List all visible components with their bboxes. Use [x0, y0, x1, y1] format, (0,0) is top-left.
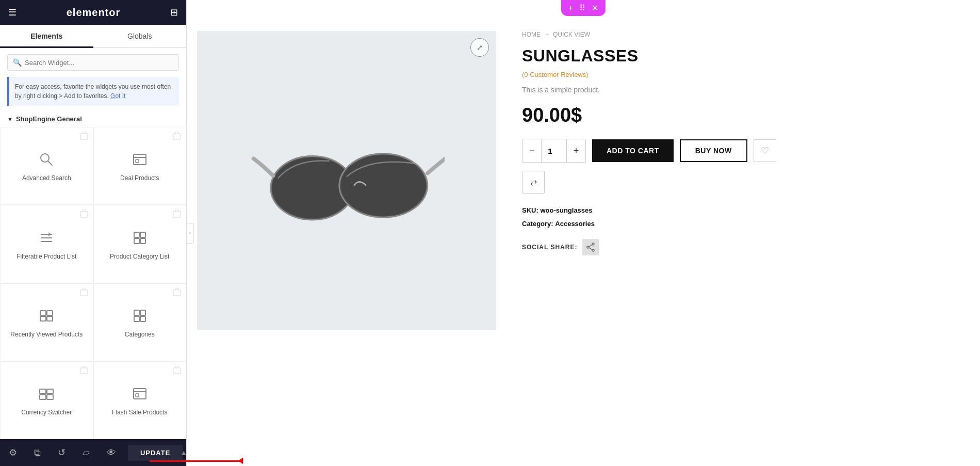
drag-button[interactable]: ⠿: [577, 2, 587, 14]
deal-products-icon: [132, 151, 148, 170]
svg-rect-4: [136, 159, 139, 163]
breadcrumb-home[interactable]: HOME: [522, 31, 541, 38]
widget-filterable-product-list[interactable]: Filterable Product List: [0, 205, 93, 283]
product-price: 90.00$: [522, 104, 959, 126]
menu-icon[interactable]: ☰: [8, 7, 17, 18]
widget-deal-products[interactable]: Deal Products: [93, 127, 187, 205]
info-text: For easy access, favorite the widgets yo…: [15, 83, 171, 100]
add-element-button[interactable]: +: [566, 3, 575, 14]
add-to-cart-row: − + ADD TO CART BUY NOW ♡: [522, 139, 959, 163]
widget-label: Product Category List: [110, 253, 169, 261]
grid-icon[interactable]: ⊞: [170, 7, 178, 18]
svg-line-40: [589, 245, 592, 247]
widget-flash-sale-products[interactable]: Flash Sale Products: [93, 361, 187, 439]
svg-rect-25: [40, 389, 46, 394]
svg-rect-21: [140, 310, 145, 315]
bottom-toolbar: ⚙ ⧉ ↺ ▱ 👁 UPDATE ▲: [0, 439, 186, 466]
close-element-button[interactable]: ✕: [590, 2, 600, 14]
product-reviews[interactable]: (0 Customer Reviews): [522, 71, 959, 78]
svg-rect-2: [80, 134, 88, 139]
svg-rect-9: [80, 212, 88, 217]
search-input[interactable]: [25, 59, 173, 67]
widget-label: Filterable Product List: [17, 253, 76, 261]
svg-rect-10: [134, 232, 139, 237]
svg-rect-22: [134, 316, 139, 322]
tab-bar: Elements Globals: [0, 25, 186, 48]
breadcrumb-current: QUICK VIEW: [553, 31, 590, 38]
expand-button[interactable]: ⤢: [470, 38, 489, 57]
sku-row: SKU: woo-sunglasses: [522, 204, 959, 217]
widget-recently-viewed-products[interactable]: Recently Viewed Products: [0, 283, 93, 361]
top-bar: ☰ elementor ⊞: [0, 0, 186, 25]
compare-row: ⇄: [522, 171, 959, 194]
currency-switcher-icon: [38, 385, 55, 405]
product-details: HOME → QUICK VIEW SUNGLASSES (0 Customer…: [496, 0, 980, 466]
widget-advanced-search[interactable]: Advanced Search: [0, 127, 93, 205]
search-icon: 🔍: [13, 58, 22, 67]
svg-rect-29: [80, 368, 88, 374]
widget-categories[interactable]: Categories: [93, 283, 187, 361]
svg-rect-15: [40, 311, 46, 315]
product-image: [249, 108, 445, 253]
buy-now-button[interactable]: BUY NOW: [680, 139, 747, 162]
search-box: 🔍: [7, 54, 179, 71]
compare-button[interactable]: ⇄: [522, 171, 545, 194]
svg-rect-11: [140, 232, 145, 237]
advanced-search-icon: [38, 151, 55, 170]
red-arrow-annotation: [150, 460, 242, 462]
social-share-icon[interactable]: [582, 239, 599, 255]
info-box: For easy access, favorite the widgets yo…: [7, 77, 179, 106]
tab-globals[interactable]: Globals: [93, 25, 187, 47]
widget-label: Flash Sale Products: [112, 409, 167, 417]
main-content: + ⠿ ✕ ‹ ⤢: [187, 0, 980, 466]
update-button[interactable]: UPDATE: [128, 445, 183, 461]
svg-point-38: [587, 246, 589, 248]
product-page: ⤢ HOM: [187, 0, 980, 466]
bottom-arrow-icon[interactable]: ▲: [180, 448, 187, 457]
category-value: Accessories: [555, 220, 595, 228]
got-it-link[interactable]: Got It: [110, 92, 125, 100]
svg-rect-31: [136, 394, 139, 397]
svg-rect-5: [173, 134, 181, 139]
product-category-list-icon: [132, 230, 148, 249]
flash-sale-icon: [132, 385, 148, 405]
product-title: SUNGLASSES: [522, 46, 959, 66]
app-title: elementor: [67, 7, 121, 19]
settings-button[interactable]: ⚙: [4, 444, 22, 461]
widget-currency-switcher[interactable]: Currency Switcher: [0, 361, 93, 439]
svg-rect-24: [173, 290, 181, 296]
svg-point-36: [341, 155, 426, 216]
wishlist-button[interactable]: ♡: [754, 139, 776, 162]
widget-label: Currency Switcher: [21, 409, 72, 417]
qty-increase-button[interactable]: +: [567, 139, 585, 162]
layers-button[interactable]: ⧉: [29, 444, 46, 461]
svg-rect-16: [47, 311, 53, 315]
widget-product-category-list[interactable]: Product Category List: [93, 205, 187, 283]
svg-rect-19: [80, 290, 88, 296]
history-button[interactable]: ↺: [53, 444, 71, 461]
svg-rect-23: [140, 316, 145, 322]
tab-elements[interactable]: Elements: [0, 25, 93, 47]
top-controls: + ⠿ ✕: [561, 0, 606, 16]
qty-decrease-button[interactable]: −: [522, 139, 541, 162]
collapse-arrow[interactable]: ▼: [7, 116, 13, 122]
left-panel: ☰ elementor ⊞ Elements Globals 🔍 For eas…: [0, 0, 187, 466]
sku-label: SKU:: [522, 206, 538, 214]
social-share-label: SOCIAL SHARE:: [522, 244, 577, 251]
add-to-cart-button[interactable]: ADD TO CART: [592, 139, 674, 162]
categories-icon: [132, 308, 148, 327]
svg-line-41: [589, 248, 592, 250]
sku-value: woo-sunglasses: [540, 206, 592, 214]
svg-point-37: [592, 243, 594, 245]
widget-label: Advanced Search: [22, 174, 71, 183]
responsive-button[interactable]: ▱: [77, 444, 95, 461]
svg-rect-17: [40, 316, 46, 321]
svg-rect-20: [134, 310, 139, 315]
qty-input[interactable]: [541, 139, 567, 162]
category-label: Category:: [522, 220, 553, 228]
svg-rect-28: [47, 395, 53, 399]
widgets-grid: Advanced Search Deal Products: [0, 127, 186, 439]
collapse-handle[interactable]: ‹: [187, 223, 194, 244]
preview-button[interactable]: 👁: [102, 444, 121, 461]
svg-point-39: [592, 249, 594, 251]
